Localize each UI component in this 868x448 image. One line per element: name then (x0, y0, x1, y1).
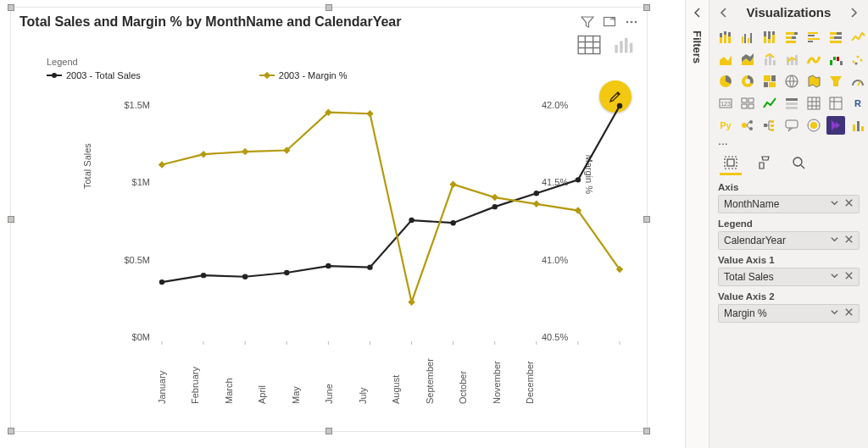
chevron-left-icon[interactable] (718, 7, 730, 19)
viz-type-pie[interactable] (716, 72, 735, 91)
legend-entry[interactable]: 2003 - Total Sales (47, 70, 141, 80)
svg-rect-24 (724, 31, 726, 35)
viz-type-waterfall[interactable] (826, 50, 845, 69)
viz-type-gauge[interactable] (849, 72, 867, 91)
well-value-axis-1[interactable]: Total Sales (718, 268, 860, 286)
remove-field-icon[interactable] (844, 271, 854, 283)
data-point[interactable] (533, 201, 540, 207)
data-point[interactable] (576, 177, 581, 182)
resize-handle[interactable] (8, 216, 14, 223)
viz-type-hbars-stacked[interactable] (782, 28, 801, 47)
well-legend[interactable]: CalendarYear (718, 231, 860, 250)
chevron-down-icon[interactable] (830, 235, 839, 246)
filter-icon[interactable] (581, 15, 594, 29)
well-value-axis-2[interactable]: Margin % (718, 304, 860, 323)
data-point[interactable] (366, 110, 373, 117)
viz-type-bars-grouped[interactable] (738, 28, 757, 47)
data-point[interactable] (449, 180, 456, 187)
viz-type-r[interactable]: R (849, 94, 867, 113)
format-tab[interactable] (755, 153, 774, 172)
viz-type-bars-stacked[interactable] (716, 28, 735, 47)
chevron-down-icon[interactable] (830, 271, 839, 283)
viz-type-slicer[interactable] (782, 94, 801, 113)
viz-type-matrix[interactable] (826, 94, 845, 113)
viz-type-combo2[interactable] (782, 50, 801, 69)
analytics-tab[interactable] (789, 153, 808, 172)
viz-type-line[interactable] (849, 28, 867, 47)
resize-handle[interactable] (643, 428, 650, 434)
viz-type-bars-100[interactable] (760, 28, 779, 47)
svg-point-1 (626, 21, 629, 24)
report-canvas[interactable]: Total Sales and Margin % by MonthName an… (0, 0, 678, 448)
resize-handle[interactable] (8, 4, 14, 11)
data-point[interactable] (284, 270, 289, 275)
viz-type-powerapps[interactable] (826, 116, 845, 135)
filters-pane-collapsed[interactable]: Filters (685, 0, 709, 448)
well-axis[interactable]: MonthName (718, 195, 860, 213)
chevron-down-icon[interactable] (830, 198, 839, 210)
svg-rect-45 (808, 41, 813, 42)
remove-field-icon[interactable] (844, 307, 854, 319)
remove-field-icon[interactable] (844, 198, 854, 210)
viz-type-decomp[interactable] (760, 116, 779, 135)
viz-type-area-stacked[interactable] (738, 50, 757, 69)
resize-handle[interactable] (8, 428, 14, 434)
viz-type-paginate[interactable] (804, 116, 823, 135)
svg-rect-83 (748, 104, 754, 108)
data-point[interactable] (409, 218, 414, 223)
viz-type-funnel[interactable] (826, 72, 845, 91)
focus-mode-icon[interactable] (603, 15, 616, 29)
data-point[interactable] (534, 191, 539, 196)
data-point[interactable] (617, 103, 622, 108)
viz-type-scatter[interactable] (849, 50, 867, 69)
data-point[interactable] (492, 204, 498, 209)
more-options-icon[interactable] (625, 15, 638, 29)
data-point[interactable] (159, 161, 165, 168)
more-visuals-icon[interactable]: ··· (709, 136, 868, 152)
chart-view-icon[interactable] (613, 35, 637, 55)
viz-type-hbars-100[interactable] (826, 28, 845, 47)
data-point[interactable] (408, 298, 415, 305)
svg-point-90 (749, 120, 753, 124)
table-view-icon[interactable] (577, 35, 601, 55)
svg-rect-44 (808, 38, 820, 40)
y-left-tick: $1M (132, 178, 150, 187)
data-point[interactable] (491, 194, 498, 201)
data-point[interactable] (326, 263, 331, 268)
data-point[interactable] (201, 273, 206, 278)
viz-type-donut[interactable] (738, 72, 757, 91)
viz-type-py[interactable]: Py (716, 116, 735, 135)
data-point[interactable] (367, 264, 372, 269)
viz-type-map[interactable] (782, 72, 801, 91)
fields-tab[interactable] (721, 153, 740, 172)
viz-type-key-influencers[interactable] (738, 116, 757, 135)
viz-type-area[interactable] (716, 50, 735, 69)
chart-visual-frame[interactable]: Total Sales and Margin % by MonthName an… (10, 7, 648, 432)
data-point[interactable] (200, 151, 207, 158)
chevron-down-icon[interactable] (830, 307, 839, 319)
viz-type-combo1[interactable] (760, 50, 779, 69)
data-point[interactable] (159, 279, 164, 285)
resize-handle[interactable] (643, 4, 650, 11)
resize-handle[interactable] (326, 428, 332, 434)
legend-entry[interactable]: 2003 - Margin % (259, 70, 348, 80)
viz-type-card[interactable]: 123 (716, 94, 735, 113)
viz-type-qa[interactable] (782, 116, 801, 135)
viz-type-custom[interactable] (849, 116, 867, 135)
viz-type-table[interactable] (804, 94, 823, 113)
data-point[interactable] (242, 274, 248, 279)
viz-type-tree[interactable] (760, 72, 779, 91)
viz-type-multi-card[interactable] (738, 94, 757, 113)
viz-type-filled-map[interactable] (804, 72, 823, 91)
svg-rect-73 (764, 82, 768, 87)
viz-type-ribbon[interactable] (804, 50, 823, 69)
chevron-right-icon[interactable] (848, 7, 860, 19)
viz-type-kpi[interactable] (760, 94, 779, 113)
resize-handle[interactable] (326, 4, 332, 11)
remove-field-icon[interactable] (844, 235, 854, 246)
data-point[interactable] (450, 220, 455, 225)
expand-filters-icon[interactable] (692, 7, 704, 19)
resize-handle[interactable] (643, 216, 650, 223)
viz-type-hbars-grouped[interactable] (804, 28, 823, 47)
data-point[interactable] (242, 148, 248, 155)
